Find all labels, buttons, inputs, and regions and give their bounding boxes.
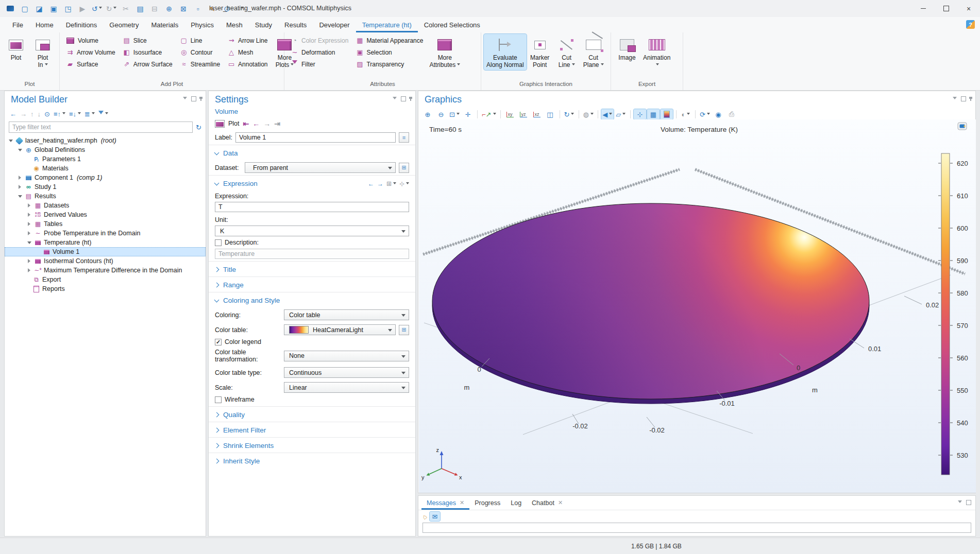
add-volume-button[interactable]: Volume bbox=[63, 34, 118, 46]
snapshot-icon[interactable]: ◉ bbox=[712, 109, 724, 119]
section-expression[interactable]: Expression ← → ⊞ ⊹ bbox=[209, 175, 415, 191]
expand-all-button[interactable]: ≡↑ bbox=[54, 110, 65, 118]
save-button[interactable]: ▣ bbox=[47, 3, 60, 15]
material-appearance-button[interactable]: ▦Material Appearance bbox=[353, 34, 426, 46]
tree-item-export[interactable]: ⧉Export bbox=[5, 275, 206, 284]
add-isosurface-button[interactable]: ◧Isosurface bbox=[120, 46, 175, 58]
close-tab-icon[interactable]: ✕ bbox=[558, 499, 563, 506]
menu-file[interactable]: File bbox=[6, 17, 29, 32]
open-in-window-icon[interactable]: ✉ bbox=[430, 512, 440, 521]
tab-chatbot[interactable]: Chatbot✕ bbox=[527, 496, 568, 510]
label-input[interactable] bbox=[235, 132, 396, 143]
menu-study[interactable]: Study bbox=[249, 17, 278, 32]
transparency-icon[interactable]: ▱ bbox=[615, 109, 627, 119]
collapse-all-button[interactable]: ≡↓ bbox=[69, 110, 81, 118]
add-line-button[interactable]: ▢Line bbox=[177, 34, 223, 46]
filter-button[interactable]: Filter bbox=[288, 58, 351, 70]
next-expression-icon[interactable]: → bbox=[377, 180, 383, 187]
pin-panel-icon[interactable] bbox=[410, 97, 411, 101]
description-input[interactable] bbox=[215, 249, 409, 259]
expression-input[interactable] bbox=[215, 202, 409, 212]
tree-item-temperature-ht[interactable]: Temperature (ht) bbox=[5, 238, 206, 247]
add-surface-button[interactable]: ▰Surface bbox=[63, 58, 118, 70]
back-button[interactable]: ← bbox=[10, 110, 16, 118]
go-to-default-view-icon[interactable]: ⌐↗ bbox=[481, 109, 497, 119]
expander-icon[interactable] bbox=[28, 231, 32, 235]
expander-icon[interactable] bbox=[28, 203, 32, 207]
copy-button[interactable]: ▤ bbox=[134, 3, 146, 15]
settings-plot-button[interactable]: Plot bbox=[228, 120, 240, 127]
forward-button[interactable]: → bbox=[20, 110, 27, 118]
filter-input[interactable] bbox=[9, 122, 193, 133]
projection-icon[interactable]: ◫ bbox=[544, 109, 556, 119]
float-panel-icon[interactable] bbox=[961, 96, 966, 101]
coloring-dropdown[interactable]: Color table bbox=[284, 309, 409, 320]
expander-icon[interactable] bbox=[19, 185, 23, 189]
add-streamline-button[interactable]: ≈Streamline bbox=[177, 58, 223, 70]
view-yz-icon[interactable]: yz bbox=[517, 109, 530, 119]
open-button[interactable]: ◪ bbox=[33, 3, 45, 15]
new-file-button[interactable]: ▢ bbox=[19, 3, 31, 15]
first-plot-icon[interactable]: ⇤ bbox=[243, 119, 249, 128]
messages-content[interactable] bbox=[423, 523, 971, 533]
zoom-box-icon[interactable]: ⊡ bbox=[448, 109, 461, 119]
maximize-button[interactable] bbox=[935, 0, 957, 17]
scene-light-icon[interactable]: ◀ bbox=[601, 109, 614, 119]
run-button[interactable]: ▶ bbox=[76, 3, 89, 15]
color-legend-checkbox[interactable] bbox=[215, 339, 222, 345]
float-panel-icon[interactable] bbox=[966, 500, 971, 505]
pin-panel-icon[interactable] bbox=[200, 97, 201, 101]
tree-item-datasets[interactable]: ▦Datasets bbox=[5, 201, 206, 210]
deformation-button[interactable]: ∼Deformation bbox=[288, 46, 351, 58]
tab-progress[interactable]: Progress bbox=[469, 496, 505, 510]
show-color-legend-icon[interactable] bbox=[661, 109, 673, 119]
expander-icon[interactable] bbox=[27, 241, 31, 246]
image-button[interactable]: Image bbox=[614, 34, 640, 63]
previous-plot-icon[interactable]: ← bbox=[252, 119, 260, 128]
panel-menu-icon[interactable] bbox=[958, 500, 962, 505]
delete-button[interactable]: ⊠ bbox=[177, 3, 190, 15]
print-icon[interactable]: ⎙ bbox=[725, 109, 738, 119]
expander-icon[interactable] bbox=[18, 195, 22, 200]
plot-canvas[interactable]: Time=60 s Volume: Temperature (K) 0.02 0… bbox=[419, 119, 976, 493]
previous-expression-icon[interactable]: ← bbox=[368, 180, 374, 187]
paste-button[interactable]: ⊟ bbox=[148, 3, 161, 15]
float-panel-icon[interactable] bbox=[401, 96, 406, 101]
panel-menu-icon[interactable] bbox=[393, 97, 397, 101]
add-contour-button[interactable]: ◎Contour bbox=[177, 46, 223, 58]
section-data[interactable]: Data bbox=[209, 145, 415, 160]
transparency-button[interactable]: ▨Transparency bbox=[353, 58, 426, 70]
clear-messages-icon[interactable]: ⌂ bbox=[420, 512, 428, 521]
close-tab-icon[interactable]: ✕ bbox=[460, 499, 464, 506]
tree-item-results[interactable]: ▤Results bbox=[5, 192, 206, 201]
tree-item-isothermal-contours[interactable]: Isothermal Contours (ht) bbox=[5, 256, 206, 266]
plot-button[interactable]: Plot bbox=[3, 34, 29, 63]
move-down-button[interactable]: ↓ bbox=[38, 110, 41, 118]
cut-line-button[interactable]: Cut Line bbox=[553, 34, 580, 70]
show-button[interactable]: ⊙ bbox=[44, 110, 50, 118]
color-table-settings-icon[interactable]: ⊞ bbox=[399, 325, 409, 335]
menu-home[interactable]: Home bbox=[29, 17, 60, 32]
pin-panel-icon[interactable] bbox=[970, 97, 971, 101]
menu-mesh[interactable]: Mesh bbox=[220, 17, 249, 32]
redo-button[interactable]: ↻ bbox=[105, 3, 117, 15]
scale-dropdown[interactable]: Linear bbox=[284, 382, 409, 393]
panel-menu-icon[interactable] bbox=[953, 97, 957, 101]
expander-icon[interactable] bbox=[9, 140, 13, 144]
dataset-dropdown[interactable]: From parent bbox=[245, 162, 396, 173]
tree-item-tables[interactable]: ▦Tables bbox=[5, 219, 206, 229]
plot-window-icon[interactable] bbox=[958, 123, 967, 130]
tree-item-global-definitions[interactable]: ⊕Global Definitions bbox=[5, 145, 206, 154]
menu-physics[interactable]: Physics bbox=[184, 17, 220, 32]
color-theme-icon[interactable]: ◐ bbox=[680, 109, 692, 119]
add-arrow-volume-button[interactable]: ⇉Arrow Volume bbox=[63, 46, 118, 58]
view-xz-icon[interactable]: xz bbox=[531, 109, 543, 119]
add-slice-button[interactable]: ▤Slice bbox=[120, 34, 175, 46]
menu-materials[interactable]: Materials bbox=[145, 17, 184, 32]
show-grid-icon[interactable]: ▦ bbox=[647, 109, 660, 119]
add-arrow-line-button[interactable]: ⇝Arrow Line bbox=[225, 34, 270, 46]
section-element-filter[interactable]: Element Filter bbox=[209, 422, 415, 437]
wireframe-checkbox[interactable] bbox=[215, 396, 222, 403]
color-table-type-dropdown[interactable]: Continuous bbox=[284, 367, 409, 378]
help-icon[interactable]: ? bbox=[966, 20, 975, 29]
